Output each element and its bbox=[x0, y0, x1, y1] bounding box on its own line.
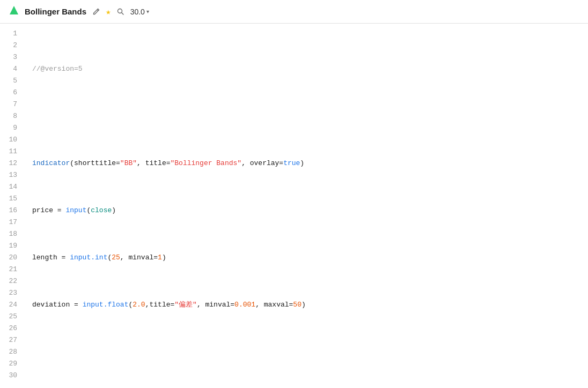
code-line-5: length = input.int(25, minval=1) bbox=[32, 252, 588, 264]
script-title: Bollinger Bands bbox=[25, 7, 86, 16]
code-line-4: price = input(close) bbox=[32, 205, 588, 217]
line-num-9: 9 bbox=[0, 122, 24, 134]
line-num-28: 28 bbox=[0, 346, 24, 358]
line-num-26: 26 bbox=[0, 323, 24, 334]
svg-line-2 bbox=[121, 12, 123, 14]
line-num-3: 3 bbox=[0, 51, 24, 63]
svg-marker-0 bbox=[10, 6, 18, 14]
code-line-3: indicator(shorttitle="BB", title="Bollin… bbox=[32, 158, 588, 169]
svg-point-1 bbox=[117, 9, 122, 13]
line-num-8: 8 bbox=[0, 110, 24, 122]
line-num-16: 16 bbox=[0, 205, 24, 217]
line-num-11: 11 bbox=[0, 146, 24, 158]
code-line-6: deviation = input.float(2.0,title="偏差", … bbox=[32, 299, 588, 311]
edit-icon[interactable] bbox=[92, 8, 100, 16]
line-num-30: 30 bbox=[0, 370, 24, 382]
code-area[interactable]: //@version=5 indicator(shorttitle="BB", … bbox=[24, 24, 588, 388]
line-num-2: 2 bbox=[0, 40, 24, 51]
line-num-29: 29 bbox=[0, 358, 24, 370]
version-chevron: ▾ bbox=[146, 9, 149, 14]
line-num-7: 7 bbox=[0, 99, 24, 110]
search-icon[interactable] bbox=[116, 8, 125, 16]
version-selector[interactable]: 30.0 ▾ bbox=[130, 8, 149, 16]
line-num-27: 27 bbox=[0, 334, 24, 346]
line-num-23: 23 bbox=[0, 287, 24, 299]
line-num-20: 20 bbox=[0, 252, 24, 264]
line-num-6: 6 bbox=[0, 87, 24, 99]
line-num-19: 19 bbox=[0, 240, 24, 252]
line-num-21: 21 bbox=[0, 264, 24, 275]
line-num-17: 17 bbox=[0, 217, 24, 228]
line-num-15: 15 bbox=[0, 193, 24, 205]
code-line-7 bbox=[32, 346, 588, 358]
code-line-2 bbox=[32, 110, 588, 122]
header: Bollinger Bands ★ 30.0 ▾ bbox=[0, 0, 588, 24]
logo-icon bbox=[9, 5, 19, 18]
line-num-13: 13 bbox=[0, 169, 24, 181]
line-num-1: 1 bbox=[0, 28, 24, 40]
line-num-24: 24 bbox=[0, 299, 24, 311]
line-num-18: 18 bbox=[0, 228, 24, 240]
line-num-5: 5 bbox=[0, 75, 24, 87]
line-num-12: 12 bbox=[0, 158, 24, 169]
line-num-14: 14 bbox=[0, 181, 24, 193]
line-num-25: 25 bbox=[0, 311, 24, 323]
version-label: 30.0 bbox=[130, 8, 145, 16]
line-num-10: 10 bbox=[0, 134, 24, 146]
line-numbers: 1 2 3 4 5 6 7 8 9 10 11 12 13 14 15 16 1… bbox=[0, 24, 24, 388]
code-line-1: //@version=5 bbox=[32, 63, 588, 75]
line-num-4: 4 bbox=[0, 63, 24, 75]
code-editor: 1 2 3 4 5 6 7 8 9 10 11 12 13 14 15 16 1… bbox=[0, 24, 588, 388]
line-num-22: 22 bbox=[0, 275, 24, 287]
favorite-icon[interactable]: ★ bbox=[106, 6, 111, 17]
